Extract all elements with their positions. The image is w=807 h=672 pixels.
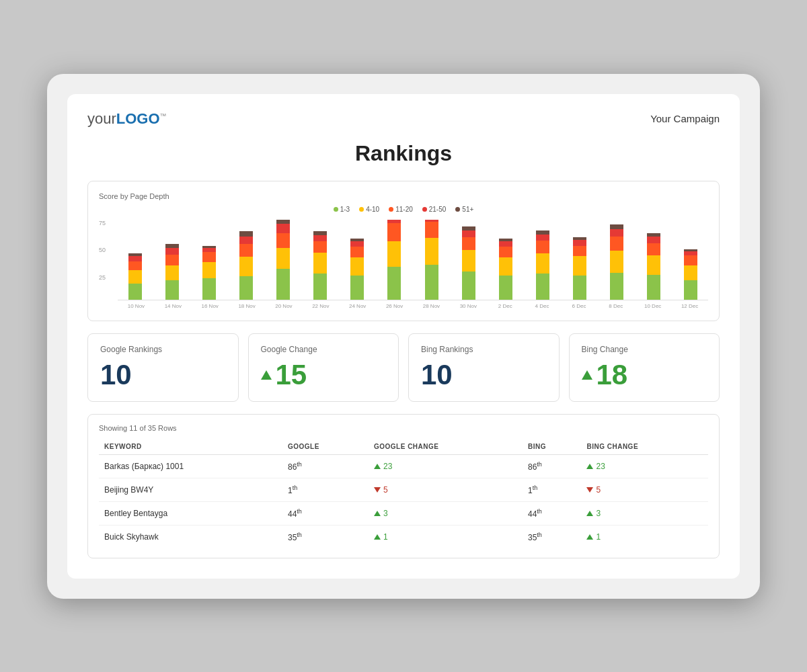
x-label: 22 Nov: [302, 303, 339, 309]
x-label: 2 Dec: [487, 303, 524, 309]
bar-segment: [462, 271, 475, 299]
bing-rank-cell: 86th: [523, 454, 582, 478]
bar-segment: [684, 251, 697, 256]
legend-dot: [455, 207, 460, 212]
bing-change-cell: 5: [581, 478, 708, 501]
bar-segment: [499, 241, 512, 247]
bar-group: [303, 231, 338, 300]
bar-group: [488, 239, 523, 300]
google-change-cell: 3: [369, 501, 523, 525]
rankings-table: KeywordGoogleGoogle ChangeBingBing Chang…: [99, 439, 708, 548]
bar-segment: [425, 222, 438, 238]
change-value: 23: [596, 462, 605, 471]
x-label: 16 Nov: [192, 303, 229, 309]
bar-segment: [610, 229, 623, 237]
table-body: Barkas (Баркас) 100186th2386th23Beijing …: [99, 454, 708, 548]
bar-segment: [610, 224, 623, 230]
bar-group: [192, 246, 227, 300]
legend-dot: [359, 207, 364, 212]
bar-segment: [610, 237, 623, 251]
stat-card-value: 10: [421, 361, 547, 389]
bing-change-cell: 1: [581, 525, 708, 548]
bar-segment: [573, 256, 586, 276]
table-section: Showing 11 of 35 Rows KeywordGoogleGoogl…: [87, 414, 720, 558]
bar-segment: [536, 235, 549, 241]
logo: yourLOGO™: [87, 110, 167, 128]
bar-segment: [276, 220, 290, 224]
bar-segment: [536, 241, 549, 253]
bar-segment: [276, 269, 290, 299]
bar-group: [673, 249, 708, 300]
bar-segment: [313, 235, 327, 241]
bar-segment: [350, 247, 364, 257]
bar-segment: [313, 241, 327, 253]
x-label: 26 Nov: [376, 303, 413, 309]
legend-label: 51+: [462, 206, 473, 213]
bar-segment: [425, 238, 438, 264]
bar-segment: [647, 255, 660, 275]
logo-light: your: [87, 110, 116, 127]
legend-item: 21-50: [422, 206, 447, 213]
stat-number: 15: [276, 361, 307, 389]
bar-chart: 755025 10 Nov14 Nov16 Nov18 Nov20 Nov22 …: [99, 220, 708, 314]
table-row: Bentley Bentayga44th344th3: [99, 501, 708, 525]
bar-segment: [239, 257, 253, 276]
bar-segment: [128, 270, 142, 283]
bing-rank-cell: 44th: [523, 501, 582, 525]
keyword-cell: Beijing BW4Y: [99, 478, 282, 501]
x-label: 28 Nov: [413, 303, 450, 309]
stat-card: Google Rankings10: [87, 333, 239, 402]
bar-segment: [499, 247, 512, 257]
bars-area: [118, 220, 708, 300]
x-label: 8 Dec: [597, 303, 634, 309]
google-change-cell: 23: [369, 454, 523, 478]
bar-segment: [647, 237, 660, 243]
bar-stack: [202, 246, 216, 300]
bar-group: [155, 244, 190, 300]
keyword-cell: Barkas (Баркас) 1001: [99, 454, 282, 478]
bar-group: [451, 226, 486, 300]
bar-segment: [165, 248, 179, 255]
page-content: yourLOGO™ Your Campaign Rankings Score b…: [67, 94, 740, 579]
arrow-up-icon: [261, 370, 272, 380]
bar-segment: [573, 246, 586, 257]
bar-segment: [684, 265, 697, 281]
bar-segment: [313, 274, 327, 300]
bar-group: [266, 220, 301, 300]
chart-label: Score by Page Depth: [99, 192, 708, 200]
stat-card-label: Google Rankings: [100, 345, 226, 354]
campaign-name: Your Campaign: [650, 113, 720, 124]
bar-segment: [313, 253, 327, 274]
bar-segment: [239, 244, 253, 257]
change-value: 1: [596, 532, 601, 542]
x-label: 24 Nov: [339, 303, 376, 309]
bar-stack: [462, 226, 475, 300]
arrow-up-icon: [374, 511, 381, 516]
device-frame: yourLOGO™ Your Campaign Rankings Score b…: [47, 74, 760, 599]
arrow-up-icon: [586, 534, 593, 540]
legend-item: 51+: [455, 206, 473, 213]
bing-rank-cell: 1th: [523, 478, 582, 501]
stat-card-label: Bing Rankings: [421, 345, 547, 354]
legend-dot: [334, 207, 338, 212]
arrow-up-icon: [374, 534, 381, 540]
stat-card-label: Google Change: [261, 345, 387, 354]
bar-stack: [684, 249, 697, 300]
bar-group: [636, 233, 671, 300]
legend-label: 11-20: [395, 206, 413, 213]
x-label: 14 Nov: [155, 303, 192, 309]
table-column-header: Keyword: [99, 439, 282, 455]
table-row: Beijing BW4Y1th51th5: [99, 478, 708, 501]
bar-stack: [313, 231, 327, 300]
x-label: 30 Nov: [450, 303, 487, 309]
bar-group: [118, 253, 153, 300]
bar-stack: [128, 253, 142, 300]
bar-segment: [684, 280, 697, 300]
logo-trademark: ™: [160, 112, 167, 119]
page-header: yourLOGO™ Your Campaign: [87, 110, 720, 128]
bar-segment: [128, 261, 142, 270]
bar-stack: [350, 239, 364, 300]
arrow-down-icon: [586, 487, 593, 493]
stat-card: Bing Rankings10: [408, 333, 560, 402]
legend-item: 4-10: [359, 206, 379, 213]
